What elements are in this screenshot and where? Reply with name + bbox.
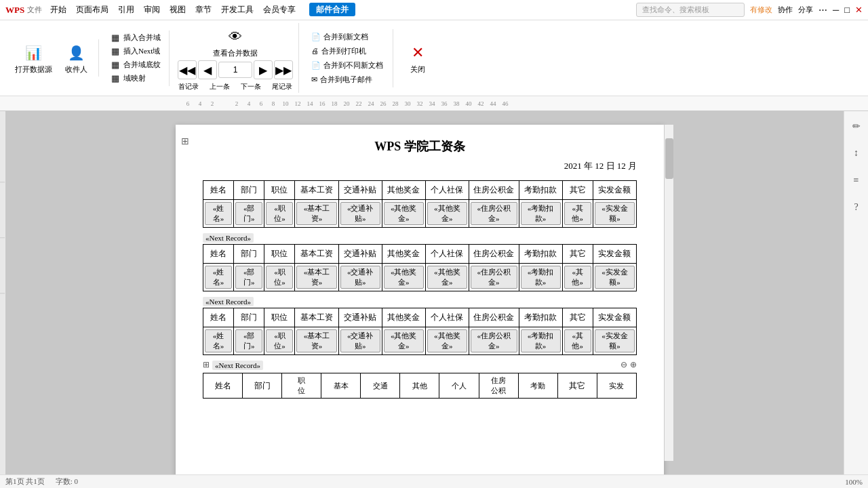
merge-bg-icon: ▦ (110, 60, 121, 70)
record-number-input[interactable] (218, 62, 252, 78)
header-actual-2: 实发金额 (593, 245, 636, 264)
ruler-mark: 34 (426, 100, 438, 107)
field-pos-2: «职位» (264, 264, 295, 291)
merge-diff-label: 合并到不同新文档 (323, 60, 383, 70)
ruler-mark: 4 (243, 100, 255, 107)
ruler-mark: 22 (353, 100, 365, 107)
insert-merge-field-btn[interactable]: ▦ 插入合并域 (107, 32, 163, 44)
menu-sidebar-icon[interactable]: ≡ (847, 171, 866, 190)
view-merge-data-btn[interactable]: 👁 查看合并数据 (209, 24, 262, 59)
table-header-row-2: 姓名 部门 职位 基本工资 交通补贴 其他奖金 个人社保 住房公积金 考勤扣款 … (203, 245, 637, 264)
merge-email-icon: ✉ (311, 75, 317, 84)
insert-next-btn[interactable]: ▦ 插入Next域 (107, 45, 163, 58)
scrollbar-thumb[interactable] (665, 138, 673, 179)
merge-personal-ins-2: «其他奖金» (427, 266, 467, 289)
collaborate-btn[interactable]: 协作 (778, 5, 793, 15)
merge-base-2: «基本工资» (296, 266, 336, 289)
minimize-btn[interactable]: ─ (833, 5, 839, 16)
edit-sidebar-icon[interactable]: ✏ (847, 117, 866, 136)
add-table-icon[interactable]: ⊞ (181, 136, 189, 147)
ruler-mark: 28 (389, 100, 401, 107)
merge-bg-btn[interactable]: ▦ 合并域底纹 (107, 59, 163, 71)
menu-layout[interactable]: 页面布局 (72, 3, 113, 17)
salary-table-1: 姓名 部门 职位 基本工资 交通补贴 其他奖金 个人社保 住房公积金 考勤扣款 … (203, 180, 637, 228)
field-dept-2: «部门» (234, 264, 264, 291)
merge-to-diff-doc-btn[interactable]: 📄 合并到不同新文档 (307, 59, 387, 72)
header-pos-4: 职位 (282, 373, 321, 399)
menu-devtools[interactable]: 开发工具 (217, 3, 258, 17)
zoom-plus-icon[interactable]: ⊕ (630, 360, 637, 370)
field-actual-2: «实发金额» (593, 264, 636, 291)
close-window-btn[interactable]: ✕ (855, 5, 863, 16)
ruler-mark: 36 (438, 100, 450, 107)
field-map-btn[interactable]: ▦ 域映射 (107, 73, 163, 85)
close-ribbon-btn[interactable]: ✕ 关闭 (401, 39, 434, 77)
ruler-mark: 14 (304, 100, 316, 107)
maximize-btn[interactable]: □ (844, 5, 850, 16)
field-dept-3: «部门» (234, 327, 264, 355)
file-menu[interactable]: 文件 (27, 5, 42, 15)
mail-merge-tab[interactable]: 邮件合并 (309, 3, 355, 16)
ruler-mark: 2 (206, 100, 218, 107)
ruler-mark: 40 (462, 100, 475, 107)
merge-actual-2: «实发金额» (595, 266, 635, 289)
resize-sidebar-icon[interactable]: ↕ (847, 144, 866, 163)
field-name-1: «姓名» (203, 200, 234, 228)
more-btn[interactable]: ⋯ (818, 5, 827, 16)
prev-record-btn[interactable]: ◀ (198, 60, 217, 79)
ruler-mark: 42 (475, 100, 487, 107)
vertical-scrollbar[interactable] (664, 125, 673, 461)
field-transport-2: «交通补贴» (338, 264, 382, 291)
first-record-btn[interactable]: ◀◀ (178, 60, 197, 79)
merge-base-1: «基本工资» (296, 202, 336, 225)
header-name-2: 姓名 (203, 245, 234, 264)
insert-next-label: 插入Next域 (123, 46, 160, 56)
ruler-marks: 6 4 2 2 4 6 8 10 12 14 16 18 20 22 24 26… (182, 100, 511, 107)
header-attendance-2: 考勤扣款 (519, 245, 562, 264)
add-row-icon[interactable]: ⊞ (203, 360, 210, 370)
last-record-btn[interactable]: ▶▶ (274, 60, 293, 79)
header-transport-3: 交通补贴 (338, 308, 382, 327)
field-pos-1: «职位» (264, 200, 295, 228)
header-name-4: 姓名 (203, 373, 243, 399)
next-record-btn[interactable]: ▶ (254, 60, 273, 79)
merge-housing-1: «住房公积金» (471, 202, 517, 225)
merge-personal-ins-1: «其他奖金» (427, 202, 467, 225)
recipients-btn[interactable]: 👤 收件人 (59, 41, 93, 75)
salary-table-4: 姓名 部门 职位 基本 交通 其他 个人 住房公积 考勤 其它 实发 (203, 373, 637, 399)
header-name-3: 姓名 (203, 308, 234, 327)
table-section-4: 姓名 部门 职位 基本 交通 其他 个人 住房公积 考勤 其它 实发 (203, 373, 637, 399)
table-header-row-4: 姓名 部门 职位 基本 交通 其他 个人 住房公积 考勤 其它 实发 (203, 373, 637, 399)
help-sidebar-icon[interactable]: ? (847, 198, 866, 217)
table-section-2: 姓名 部门 职位 基本工资 交通补贴 其他奖金 个人社保 住房公积金 考勤扣款 … (203, 244, 637, 291)
salary-table-2: 姓名 部门 职位 基本工资 交通补贴 其他奖金 个人社保 住房公积金 考勤扣款 … (203, 244, 637, 291)
field-other-val-1: «其他» (562, 200, 593, 228)
merge-actual-1: «实发金额» (595, 202, 635, 225)
recipients-icon: 👤 (65, 42, 87, 64)
menu-view[interactable]: 视图 (165, 3, 190, 17)
zoom-minus-icon[interactable]: ⊖ (620, 360, 627, 370)
header-personal-ins-3: 个人社保 (425, 308, 469, 327)
close-ribbon-icon: ✕ (407, 42, 429, 64)
ruler: 6 4 2 2 4 6 8 10 12 14 16 18 20 22 24 26… (0, 96, 868, 111)
menu-reference[interactable]: 引用 (114, 3, 138, 17)
field-attendance-2: «考勤扣款» (519, 264, 562, 291)
menu-review[interactable]: 审阅 (140, 3, 164, 17)
open-data-source-btn[interactable]: 📊 打开数据源 (11, 41, 56, 75)
document-area[interactable]: ⊞ WPS 学院工资条 2021 年 12 日 12 月 姓名 部门 职位 基本… (5, 111, 844, 474)
share-btn[interactable]: 分享 (798, 5, 813, 15)
merge-to-print-btn[interactable]: 🖨 合并到打印机 (307, 45, 387, 58)
merge-other-bonus-3: «其他奖金» (384, 329, 424, 352)
menu-start[interactable]: 开始 (46, 3, 71, 17)
menu-chapter[interactable]: 章节 (191, 3, 216, 17)
menu-vip[interactable]: 会员专享 (259, 3, 300, 17)
header-pos-2: 职位 (264, 245, 295, 264)
merge-to-new-doc-btn[interactable]: 📄 合并到新文档 (307, 30, 387, 43)
salary-table-3: 姓名 部门 职位 基本工资 交通补贴 其他奖金 个人社保 住房公积金 考勤扣款 … (203, 308, 637, 355)
search-box[interactable]: 查找命令、搜索模板 (636, 3, 745, 17)
first-label: 首记录 (178, 82, 199, 92)
view-merge-icon: 👁 (224, 26, 246, 47)
merge-to-email-btn[interactable]: ✉ 合并到电子邮件 (307, 73, 387, 86)
has-changes: 有修改 (750, 5, 772, 15)
header-transport-2: 交通补贴 (338, 245, 382, 264)
